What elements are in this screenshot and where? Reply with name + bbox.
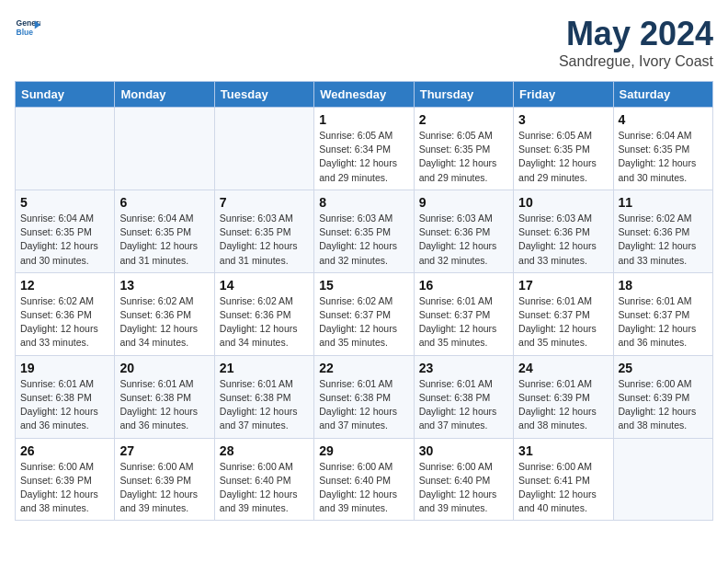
logo-icon: General Blue <box>15 15 40 40</box>
day-number: 3 <box>518 112 608 127</box>
table-row: 15Sunrise: 6:02 AMSunset: 6:37 PMDayligh… <box>314 272 414 355</box>
table-row: 30Sunrise: 6:00 AMSunset: 6:40 PMDayligh… <box>414 438 513 521</box>
day-info: Sunrise: 6:00 AMSunset: 6:41 PMDaylight:… <box>518 460 608 516</box>
day-number: 6 <box>119 195 209 210</box>
day-number: 12 <box>20 278 109 293</box>
day-number: 20 <box>119 361 209 375</box>
day-number: 14 <box>220 278 309 293</box>
day-number: 4 <box>619 112 708 127</box>
day-number: 1 <box>319 112 408 127</box>
day-number: 9 <box>419 195 508 210</box>
table-row: 29Sunrise: 6:00 AMSunset: 6:40 PMDayligh… <box>314 438 414 521</box>
day-info: Sunrise: 6:03 AMSunset: 6:36 PMDaylight:… <box>419 212 508 268</box>
table-row <box>115 108 214 190</box>
day-info: Sunrise: 6:01 AMSunset: 6:38 PMDaylight:… <box>419 377 508 433</box>
table-row: 13Sunrise: 6:02 AMSunset: 6:36 PMDayligh… <box>115 272 214 355</box>
day-number: 19 <box>20 361 109 375</box>
day-number: 23 <box>419 361 508 375</box>
table-row: 14Sunrise: 6:02 AMSunset: 6:36 PMDayligh… <box>214 272 313 355</box>
header-monday: Monday <box>115 82 214 108</box>
day-info: Sunrise: 6:03 AMSunset: 6:35 PMDaylight:… <box>319 212 408 268</box>
calendar-subtitle: Sandregue, Ivory Coast <box>559 53 713 70</box>
day-info: Sunrise: 6:01 AMSunset: 6:37 PMDaylight:… <box>619 294 708 350</box>
table-row: 28Sunrise: 6:00 AMSunset: 6:40 PMDayligh… <box>214 438 313 521</box>
day-info: Sunrise: 6:03 AMSunset: 6:36 PMDaylight:… <box>518 212 608 268</box>
day-info: Sunrise: 6:00 AMSunset: 6:40 PMDaylight:… <box>220 460 309 516</box>
calendar-week-row: 1Sunrise: 6:05 AMSunset: 6:34 PMDaylight… <box>16 108 713 190</box>
table-row: 6Sunrise: 6:04 AMSunset: 6:35 PMDaylight… <box>115 190 214 272</box>
day-info: Sunrise: 6:01 AMSunset: 6:37 PMDaylight:… <box>419 294 508 350</box>
day-info: Sunrise: 6:02 AMSunset: 6:36 PMDaylight:… <box>220 294 309 350</box>
table-row: 11Sunrise: 6:02 AMSunset: 6:36 PMDayligh… <box>613 190 712 272</box>
day-info: Sunrise: 6:05 AMSunset: 6:35 PMDaylight:… <box>419 129 508 185</box>
table-row: 16Sunrise: 6:01 AMSunset: 6:37 PMDayligh… <box>414 272 513 355</box>
day-info: Sunrise: 6:00 AMSunset: 6:39 PMDaylight:… <box>20 460 109 516</box>
calendar-week-row: 5Sunrise: 6:04 AMSunset: 6:35 PMDaylight… <box>16 190 713 272</box>
page-header: General Blue May 2024 Sandregue, Ivory C… <box>15 15 713 70</box>
day-info: Sunrise: 6:01 AMSunset: 6:38 PMDaylight:… <box>319 377 408 433</box>
table-row: 10Sunrise: 6:03 AMSunset: 6:36 PMDayligh… <box>514 190 613 272</box>
table-row: 26Sunrise: 6:00 AMSunset: 6:39 PMDayligh… <box>16 438 115 521</box>
day-number: 31 <box>518 443 608 458</box>
svg-text:Blue: Blue <box>17 28 34 37</box>
table-row: 5Sunrise: 6:04 AMSunset: 6:35 PMDaylight… <box>16 190 115 272</box>
day-number: 17 <box>518 278 608 293</box>
day-number: 30 <box>419 443 508 458</box>
day-info: Sunrise: 6:02 AMSunset: 6:36 PMDaylight:… <box>619 212 708 268</box>
day-info: Sunrise: 6:01 AMSunset: 6:38 PMDaylight:… <box>119 377 209 433</box>
day-number: 7 <box>220 195 309 210</box>
day-info: Sunrise: 6:00 AMSunset: 6:40 PMDaylight:… <box>419 460 508 516</box>
header-saturday: Saturday <box>613 82 712 108</box>
day-number: 26 <box>20 443 109 458</box>
table-row: 17Sunrise: 6:01 AMSunset: 6:37 PMDayligh… <box>514 272 613 355</box>
day-number: 8 <box>319 195 408 210</box>
header-sunday: Sunday <box>16 82 115 108</box>
table-row <box>214 108 313 190</box>
calendar-week-row: 26Sunrise: 6:00 AMSunset: 6:39 PMDayligh… <box>16 438 713 521</box>
header-tuesday: Tuesday <box>214 82 313 108</box>
day-number: 2 <box>419 112 508 127</box>
day-info: Sunrise: 6:01 AMSunset: 6:38 PMDaylight:… <box>220 377 309 433</box>
header-wednesday: Wednesday <box>314 82 414 108</box>
day-number: 22 <box>319 361 408 375</box>
calendar-table: Sunday Monday Tuesday Wednesday Thursday… <box>15 81 713 521</box>
title-block: May 2024 Sandregue, Ivory Coast <box>559 15 713 70</box>
header-friday: Friday <box>514 82 613 108</box>
header-row: Sunday Monday Tuesday Wednesday Thursday… <box>16 82 713 108</box>
day-number: 18 <box>619 278 708 293</box>
table-row: 1Sunrise: 6:05 AMSunset: 6:34 PMDaylight… <box>314 108 414 190</box>
day-info: Sunrise: 6:03 AMSunset: 6:35 PMDaylight:… <box>220 212 309 268</box>
day-info: Sunrise: 6:04 AMSunset: 6:35 PMDaylight:… <box>619 129 708 185</box>
table-row: 9Sunrise: 6:03 AMSunset: 6:36 PMDaylight… <box>414 190 513 272</box>
day-number: 29 <box>319 443 408 458</box>
day-info: Sunrise: 6:00 AMSunset: 6:40 PMDaylight:… <box>319 460 408 516</box>
day-number: 16 <box>419 278 508 293</box>
header-thursday: Thursday <box>414 82 513 108</box>
table-row: 2Sunrise: 6:05 AMSunset: 6:35 PMDaylight… <box>414 108 513 190</box>
day-info: Sunrise: 6:01 AMSunset: 6:39 PMDaylight:… <box>518 377 608 433</box>
day-info: Sunrise: 6:01 AMSunset: 6:37 PMDaylight:… <box>518 294 608 350</box>
table-row <box>613 438 712 521</box>
table-row: 3Sunrise: 6:05 AMSunset: 6:35 PMDaylight… <box>514 108 613 190</box>
day-number: 28 <box>220 443 309 458</box>
day-info: Sunrise: 6:02 AMSunset: 6:36 PMDaylight:… <box>119 294 209 350</box>
day-number: 21 <box>220 361 309 375</box>
calendar-title: May 2024 <box>559 15 713 53</box>
day-info: Sunrise: 6:05 AMSunset: 6:35 PMDaylight:… <box>518 129 608 185</box>
table-row: 7Sunrise: 6:03 AMSunset: 6:35 PMDaylight… <box>214 190 313 272</box>
table-row: 4Sunrise: 6:04 AMSunset: 6:35 PMDaylight… <box>613 108 712 190</box>
table-row: 27Sunrise: 6:00 AMSunset: 6:39 PMDayligh… <box>115 438 214 521</box>
day-info: Sunrise: 6:00 AMSunset: 6:39 PMDaylight:… <box>119 460 209 516</box>
day-number: 15 <box>319 278 408 293</box>
day-number: 13 <box>119 278 209 293</box>
day-number: 25 <box>619 361 708 375</box>
table-row: 23Sunrise: 6:01 AMSunset: 6:38 PMDayligh… <box>414 355 513 438</box>
day-number: 10 <box>518 195 608 210</box>
table-row: 12Sunrise: 6:02 AMSunset: 6:36 PMDayligh… <box>16 272 115 355</box>
calendar-week-row: 12Sunrise: 6:02 AMSunset: 6:36 PMDayligh… <box>16 272 713 355</box>
table-row: 21Sunrise: 6:01 AMSunset: 6:38 PMDayligh… <box>214 355 313 438</box>
day-info: Sunrise: 6:02 AMSunset: 6:37 PMDaylight:… <box>319 294 408 350</box>
calendar-week-row: 19Sunrise: 6:01 AMSunset: 6:38 PMDayligh… <box>16 355 713 438</box>
table-row: 20Sunrise: 6:01 AMSunset: 6:38 PMDayligh… <box>115 355 214 438</box>
table-row: 22Sunrise: 6:01 AMSunset: 6:38 PMDayligh… <box>314 355 414 438</box>
